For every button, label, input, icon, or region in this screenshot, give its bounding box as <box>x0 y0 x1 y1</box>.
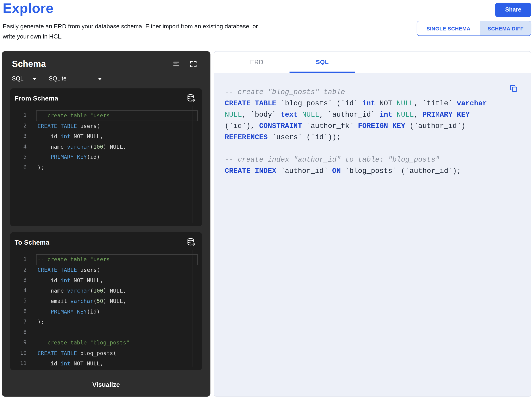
line-number: 2 <box>14 121 26 131</box>
schema-diff-toggle[interactable]: SCHEMA DIFF <box>480 21 531 36</box>
code-line[interactable]: 4 name varchar(100) NULL, <box>10 286 202 296</box>
result-panel: ERD SQL -- create "blog_posts" tableCREA… <box>214 51 531 397</box>
copy-icon[interactable] <box>509 84 518 94</box>
from-schema-editor[interactable]: 1-- create table "users2CREATE TABLE use… <box>10 103 202 226</box>
line-number: 6 <box>14 162 26 173</box>
schema-panel-actions <box>172 60 197 68</box>
line-number: 8 <box>14 327 26 338</box>
page-title: Explore <box>3 1 54 16</box>
from-schema-header: From Schema <box>10 88 202 103</box>
schema-panel-title: Schema <box>12 59 46 69</box>
code-line[interactable]: 1-- create table "users <box>10 254 202 265</box>
to-schema-header: To Schema <box>10 232 202 247</box>
tab-erd[interactable]: ERD <box>224 51 290 73</box>
code-line[interactable]: 8 <box>10 327 202 338</box>
chevron-down-icon <box>32 78 37 80</box>
import-database-icon[interactable] <box>186 238 196 247</box>
line-number: 5 <box>14 152 26 162</box>
schema-panel-header: Schema <box>2 51 210 69</box>
code-line[interactable]: 5 PRIMARY KEY(id) <box>10 152 202 162</box>
main-content: Schema SQL <box>2 51 531 397</box>
line-number: 6 <box>14 306 26 317</box>
sql-line: CREATE INDEX `author_id` ON `blog_posts`… <box>225 166 501 177</box>
code-line[interactable]: 6); <box>10 162 202 173</box>
code-line[interactable]: 2CREATE TABLE users( <box>10 265 202 275</box>
chevron-down-icon <box>98 78 102 80</box>
to-schema-editor[interactable]: 1-- create table "users2CREATE TABLE use… <box>10 247 202 370</box>
fullscreen-icon[interactable] <box>189 60 198 68</box>
page: Explore Easily generate an ERD from your… <box>0 0 532 397</box>
code-line[interactable]: 5 email varchar(50) NULL, <box>10 296 202 306</box>
schema-mode-toggle: SINGLE SCHEMA SCHEMA DIFF <box>417 21 531 36</box>
line-number: 1 <box>14 254 26 265</box>
to-schema-title: To Schema <box>15 239 49 246</box>
line-number: 4 <box>14 286 26 296</box>
code-line[interactable]: 3 id int NOT NULL, <box>10 131 202 142</box>
code-line[interactable]: 1-- create table "users <box>10 111 202 121</box>
page-header: Explore Easily generate an ERD from your… <box>0 0 532 51</box>
sql-line <box>225 143 501 154</box>
visualize-button[interactable]: Visualize <box>2 375 210 397</box>
page-description-line2: write your own in HCL. <box>3 31 258 42</box>
line-number: 3 <box>14 131 26 142</box>
code-line[interactable]: 7); <box>10 317 202 327</box>
line-number: 1 <box>14 111 26 121</box>
sql-code-block: -- create "blog_posts" tableCREATE TABLE… <box>225 87 501 177</box>
single-schema-toggle[interactable]: SINGLE SCHEMA <box>417 21 480 36</box>
from-schema-title: From Schema <box>15 95 58 102</box>
line-number: 5 <box>14 296 26 306</box>
code-line[interactable]: 10CREATE TABLE blog_posts( <box>10 348 202 359</box>
schema-selects: SQL SQLite <box>2 69 210 82</box>
share-button[interactable]: Share <box>495 3 531 17</box>
sql-line: CREATE TABLE `blog_posts` (`id` int NOT … <box>225 98 501 143</box>
from-schema-card: From Schema 1-- create table "users2CREA… <box>10 88 202 226</box>
code-line[interactable]: 3 id int NOT NULL, <box>10 275 202 286</box>
code-line[interactable]: 9-- create table "blog_posts" <box>10 338 202 348</box>
line-number: 11 <box>14 359 26 369</box>
code-line[interactable]: 2CREATE TABLE users( <box>10 121 202 131</box>
line-number: 7 <box>14 317 26 327</box>
format-icon[interactable] <box>172 60 180 68</box>
line-number: 9 <box>14 338 26 348</box>
code-line[interactable]: 4 name varchar(100) NULL, <box>10 142 202 152</box>
code-line[interactable]: 11 id int NOT NULL, <box>10 359 202 369</box>
result-tabs: ERD SQL <box>214 51 531 73</box>
import-database-icon[interactable] <box>186 94 196 103</box>
language-select[interactable]: SQL <box>12 75 37 82</box>
line-number: 4 <box>14 142 26 152</box>
line-number: 2 <box>14 265 26 275</box>
dialect-select-value: SQLite <box>49 75 67 82</box>
schema-panel: Schema SQL <box>2 51 210 397</box>
line-number: 3 <box>14 275 26 286</box>
to-schema-card: To Schema 1-- create table "users2CREATE… <box>10 232 202 370</box>
page-description-line1: Easily generate an ERD from your databas… <box>3 21 258 31</box>
page-description: Easily generate an ERD from your databas… <box>3 21 258 42</box>
code-line[interactable]: 6 PRIMARY KEY(id) <box>10 306 202 317</box>
line-number: 10 <box>14 348 26 359</box>
result-body: -- create "blog_posts" tableCREATE TABLE… <box>214 73 531 397</box>
sql-line: -- create "blog_posts" table <box>225 87 501 98</box>
tab-sql[interactable]: SQL <box>290 51 355 73</box>
language-select-value: SQL <box>12 75 24 82</box>
dialect-select[interactable]: SQLite <box>49 75 102 82</box>
sql-line: -- create index "author_id" to table: "b… <box>225 154 501 166</box>
